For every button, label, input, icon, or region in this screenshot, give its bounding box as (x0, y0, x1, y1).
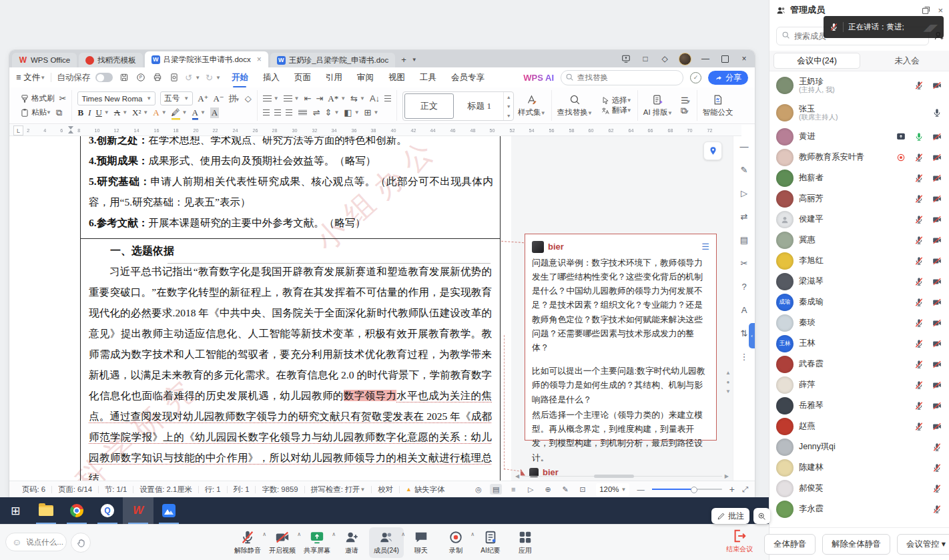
help-icon[interactable]: ? (738, 280, 750, 292)
member-row[interactable]: 王奶珍(主持人, 我) (769, 71, 949, 99)
app-tab-2[interactable]: 找稻壳模板 (79, 53, 143, 67)
close-panel-icon[interactable]: × (938, 5, 943, 15)
export-pdf-icon[interactable]: P (135, 72, 146, 83)
mic-green-icon[interactable] (914, 132, 924, 142)
print-layout-icon[interactable]: ▤ (490, 484, 502, 495)
commented-text[interactable]: 水平也成为关注的焦点。通过查阅发现对幼儿园教师数字领导力的研究文献只有贺敬雯发表… (89, 390, 492, 481)
mute-all-button[interactable]: 全体静音 (764, 534, 816, 555)
close-button[interactable]: × (739, 53, 749, 64)
highlight-color-icon[interactable]: 🖉 (172, 107, 180, 118)
camera-button[interactable]: ∧开启视频 (265, 527, 300, 558)
copy-icon[interactable]: ⧉ (56, 107, 62, 118)
member-row[interactable]: 秦琰 (769, 312, 949, 333)
member-row[interactable]: 冀惠 (769, 230, 949, 250)
hanging-indent-marker[interactable] (68, 130, 73, 133)
unmute-all-button[interactable]: 解除全体静音 (822, 534, 890, 555)
emoji-icon[interactable]: ☺ (12, 537, 21, 547)
style-set-button[interactable]: 样式集 ▼ (518, 94, 546, 117)
layers-icon[interactable]: ⧉▼ (681, 105, 691, 116)
cut-icon[interactable]: ✂ (738, 257, 750, 269)
status-item[interactable]: 页面: 6/14 (52, 485, 98, 495)
member-row[interactable]: Jenny琪qi (769, 437, 949, 457)
zoom-slider[interactable] (652, 489, 722, 490)
shading-icon[interactable]: ◧ (344, 107, 352, 117)
status-item[interactable]: 字数: 9859 (256, 485, 304, 495)
cam-off-icon[interactable] (932, 401, 942, 410)
ribbon-tab-引用[interactable]: 引用 (326, 69, 342, 86)
chat-button[interactable]: 聊天 (404, 527, 438, 558)
font-name-select[interactable]: Times New Roma▼ (77, 91, 155, 105)
numbered-list-icon[interactable] (284, 95, 292, 101)
close-tab-icon[interactable]: × (257, 55, 262, 64)
line-spacing-icon[interactable]: ⇕ (325, 107, 332, 117)
undo-icon[interactable]: ↺ (185, 73, 192, 83)
tab-list-chevron-icon[interactable]: ▼ (412, 57, 417, 63)
cam-off-icon[interactable] (932, 215, 942, 224)
format-painter-button[interactable]: 格式刷 (20, 93, 55, 103)
account-avatar[interactable] (679, 53, 691, 65)
status-item[interactable]: 拼写检查: 打开▼ (305, 485, 372, 495)
chat-input[interactable] (25, 537, 67, 547)
member-row[interactable]: 黄进 (769, 126, 949, 147)
cam-off-icon[interactable] (932, 256, 942, 266)
tab-stop-selector[interactable]: L (13, 125, 23, 135)
record-button[interactable]: ∧录制 (438, 527, 473, 558)
member-row[interactable]: 武春霞 (769, 354, 949, 374)
find-replace-button[interactable]: 查找替换 ▼ (557, 94, 593, 117)
comments-h-scrollbar[interactable]: ◀▶ (515, 473, 729, 479)
cam-off-icon[interactable] (932, 277, 942, 286)
ink-annotate-icon[interactable]: ✎ (559, 484, 571, 495)
phonetic-guide-icon[interactable]: 拼▼ (229, 93, 240, 105)
find-replace-input[interactable] (561, 70, 683, 85)
cut-icon[interactable]: ✂ (59, 93, 67, 103)
save-icon[interactable] (118, 72, 129, 83)
minimize-button[interactable]: — (700, 53, 711, 64)
paste-button[interactable]: 粘贴▼ (20, 107, 51, 117)
mic-muted-icon[interactable] (914, 81, 924, 90)
zoom-in-button[interactable]: + (729, 484, 735, 495)
horizontal-ruler[interactable]: L 24681012141618202224262830323436384042… (9, 125, 741, 136)
member-row[interactable]: 薛萍 (769, 374, 949, 395)
shrink-font-icon[interactable]: A⁻ (213, 93, 224, 104)
ribbon-tab-会员专享[interactable]: 会员专享 (451, 69, 485, 86)
cam-off-icon[interactable] (932, 81, 942, 90)
apps-button[interactable]: 应用 (508, 527, 543, 558)
cam-off-icon[interactable] (932, 132, 942, 142)
member-row[interactable]: 李永霞 (769, 499, 949, 519)
mic-muted-icon[interactable] (914, 256, 924, 266)
mic-muted-icon[interactable] (914, 422, 924, 431)
mic-muted-icon[interactable] (932, 505, 942, 514)
decrease-indent-icon[interactable]: ⇤ (304, 93, 311, 103)
mic-muted-icon[interactable] (914, 360, 924, 369)
app-tab-4[interactable]: W王奶珍_吕梁学院_申请书.doc (270, 53, 396, 67)
translate-icon[interactable]: A (738, 304, 750, 316)
font-color-icon[interactable]: A (192, 107, 198, 118)
wrap-icon[interactable]: ⇆ (350, 93, 358, 103)
qq-browser-icon[interactable]: Q (92, 497, 123, 524)
status-item[interactable]: 校对 (372, 485, 399, 495)
ai-layout-button[interactable]: AI 排版 ▼ (643, 94, 673, 117)
mic-muted-icon[interactable] (914, 318, 924, 328)
outline-view-icon[interactable]: ≡ (507, 484, 519, 495)
cam-off-icon[interactable] (932, 380, 942, 390)
zoom-level[interactable]: 120%▼ (596, 483, 629, 496)
cam-off-icon[interactable] (932, 339, 942, 348)
mic-muted-icon[interactable] (914, 401, 924, 410)
status-item[interactable]: 行: 1 (199, 485, 227, 495)
member-row[interactable]: 成瑜秦成瑜 (769, 292, 949, 312)
sync-status-icon[interactable]: ✓ (690, 72, 701, 83)
superscript-icon[interactable]: X² (132, 107, 141, 118)
style-scroll[interactable]: ▲▼▼ (503, 92, 513, 120)
member-row[interactable]: 梁滋琴 (769, 271, 949, 292)
text-effects-icon[interactable]: A (153, 107, 159, 118)
mic-muted-icon[interactable] (932, 484, 942, 493)
clear-format-icon[interactable]: ◇ (245, 93, 252, 103)
mic-muted-icon[interactable] (914, 174, 924, 183)
annotate-button[interactable]: 批注 (711, 508, 749, 524)
member-row[interactable]: 岳雅琴 (769, 395, 949, 416)
mic-muted-icon[interactable] (932, 443, 942, 452)
align-right-icon[interactable] (286, 109, 292, 115)
hidden-marks-icon[interactable] (384, 95, 391, 101)
meeting-control-button[interactable]: 会议管控 ▾ (897, 534, 949, 555)
cam-off-icon[interactable] (932, 298, 942, 307)
